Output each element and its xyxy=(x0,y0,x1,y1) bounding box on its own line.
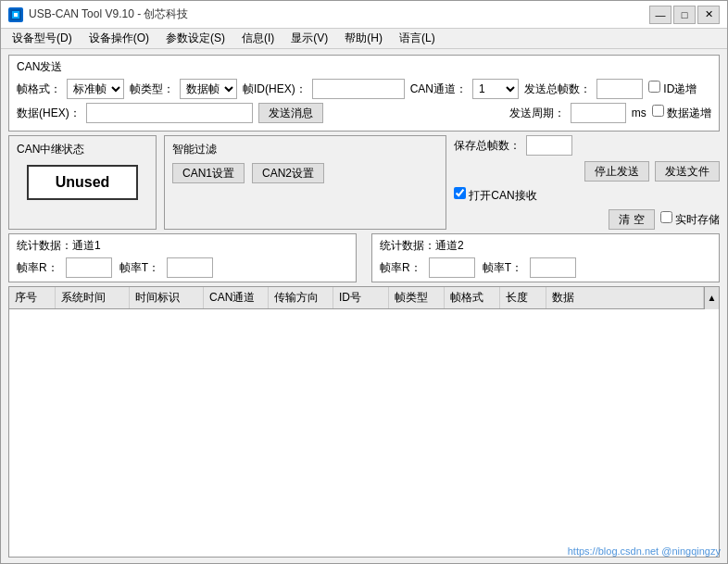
open-can-checkbox[interactable] xyxy=(454,187,466,199)
col-sys-time: 系统时间 xyxy=(56,287,130,308)
window-title: USB-CAN Tool V9.10 - 创芯科技 xyxy=(29,6,189,22)
table-body xyxy=(9,309,719,557)
main-window: USB-CAN Tool V9.10 - 创芯科技 — □ ✕ 设备型号(D) … xyxy=(0,0,728,564)
watermark: https://blog.csdn.net @ningqingzy xyxy=(568,545,721,557)
frame-id-input[interactable]: 00 00 00 01 xyxy=(312,79,405,99)
menu-info[interactable]: 信息(I) xyxy=(234,29,282,48)
col-data: 数据 xyxy=(546,287,704,308)
can-channel-label: CAN通道： xyxy=(410,81,467,97)
smart-filter-title: 智能过滤 xyxy=(172,142,438,157)
col-frame-format: 帧格式 xyxy=(445,287,500,308)
table-scroll-up[interactable]: ▲ xyxy=(704,287,719,309)
stats-channel2-fields: 帧率R： 0 帧率T： 0 xyxy=(380,257,711,278)
stats-channel1-title: 统计数据：通道1 xyxy=(17,238,348,254)
app-icon xyxy=(8,7,23,22)
save-row: 保存总帧数： 0 xyxy=(454,135,720,156)
frame-type-select[interactable]: 数据帧 远程帧 xyxy=(180,79,237,99)
close-button[interactable]: ✕ xyxy=(697,6,720,24)
stats-channel2-title: 统计数据：通道2 xyxy=(380,238,711,254)
can-status-unused-button[interactable]: Unused xyxy=(27,165,138,200)
rate-t1-label: 帧率T： xyxy=(119,260,159,276)
menu-help[interactable]: 帮助(H) xyxy=(337,29,390,48)
col-frame-type: 帧类型 xyxy=(389,287,445,308)
can-channel-select[interactable]: 1 2 xyxy=(472,79,519,99)
col-seq: 序号 xyxy=(9,287,56,308)
id-increment-checkbox[interactable] xyxy=(648,81,660,93)
save-total-label: 保存总帧数： xyxy=(454,138,521,154)
frame-format-select[interactable]: 标准帧 扩展帧 xyxy=(67,79,124,99)
right-controls: 保存总帧数： 0 停止发送 发送文件 打开CAN接收 清 空 xyxy=(454,135,720,230)
col-time-id: 时间标识 xyxy=(130,287,204,308)
can2-settings-button[interactable]: CAN2设置 xyxy=(252,163,324,183)
main-content: CAN发送 帧格式： 标准帧 扩展帧 帧类型： 数据帧 远程帧 帧ID(HEX)… xyxy=(1,49,727,563)
menu-bar: 设备型号(D) 设备操作(O) 参数设定(S) 信息(I) 显示(V) 帮助(H… xyxy=(1,29,727,49)
send-file-button[interactable]: 发送文件 xyxy=(655,161,720,182)
stats-row: 统计数据：通道1 帧率R： 0 帧率T： 0 统计数据：通道2 帧率R： 0 帧… xyxy=(8,233,720,282)
send-total-label: 发送总帧数： xyxy=(524,81,591,97)
save-total-input[interactable]: 0 xyxy=(526,135,572,156)
col-length: 长度 xyxy=(500,287,546,308)
menu-device-op[interactable]: 设备操作(O) xyxy=(82,29,157,48)
title-bar-left: USB-CAN Tool V9.10 - 创芯科技 xyxy=(8,6,189,22)
col-direction: 传输方向 xyxy=(269,287,333,308)
col-id: ID号 xyxy=(333,287,389,308)
id-increment-check-label: ID递增 xyxy=(648,81,697,97)
menu-display[interactable]: 显示(V) xyxy=(283,29,335,48)
window-controls: — □ ✕ xyxy=(649,6,720,24)
ms-label: ms xyxy=(632,107,646,119)
rate-t2-label: 帧率T： xyxy=(483,260,522,276)
realtime-save-checkbox[interactable] xyxy=(660,211,672,223)
can-send-title: CAN发送 xyxy=(17,59,711,75)
frame-type-label: 帧类型： xyxy=(130,81,174,97)
realtime-save-check-label: 实时存储 xyxy=(660,211,720,228)
can1-settings-button[interactable]: CAN1设置 xyxy=(172,163,245,183)
rate-t2-input[interactable]: 0 xyxy=(530,257,576,278)
stats-channel1-box: 统计数据：通道1 帧率R： 0 帧率T： 0 xyxy=(8,233,357,282)
action-buttons-row2: 清 空 实时存储 xyxy=(454,209,720,230)
send-period-input[interactable]: 1000 xyxy=(571,103,626,123)
can-send-row2: 数据(HEX)： 00 00 00 00 00 06 00 08 发送消息 发送… xyxy=(17,103,711,123)
send-message-button[interactable]: 发送消息 xyxy=(258,103,323,123)
rate-r1-input[interactable]: 0 xyxy=(66,257,112,278)
rate-r2-label: 帧率R： xyxy=(380,260,421,276)
data-increment-check-label: 数据递增 xyxy=(652,105,711,121)
send-total-input[interactable]: -1 xyxy=(596,79,643,99)
maximize-button[interactable]: □ xyxy=(673,6,696,24)
data-table: 序号 系统时间 时间标识 CAN通道 传输方向 ID号 帧类型 帧格式 长度 数… xyxy=(8,286,720,558)
rate-r2-input[interactable]: 0 xyxy=(429,257,475,278)
middle-row: CAN中继状态 Unused 智能过滤 CAN1设置 CAN2设置 保存总帧数：… xyxy=(8,135,720,230)
can-send-row1: 帧格式： 标准帧 扩展帧 帧类型： 数据帧 远程帧 帧ID(HEX)： 00 0… xyxy=(17,79,711,99)
can-status-title: CAN中继状态 xyxy=(17,142,148,157)
title-bar: USB-CAN Tool V9.10 - 创芯科技 — □ ✕ xyxy=(1,1,727,29)
data-increment-checkbox[interactable] xyxy=(652,105,664,117)
frame-format-label: 帧格式： xyxy=(17,81,61,97)
minimize-button[interactable]: — xyxy=(649,6,672,24)
open-can-row: 打开CAN接收 xyxy=(454,187,720,204)
action-buttons-row1: 停止发送 发送文件 xyxy=(454,161,720,182)
rate-t1-input[interactable]: 0 xyxy=(167,257,213,278)
col-can-channel: CAN通道 xyxy=(204,287,269,308)
smart-filter-box: 智能过滤 CAN1设置 CAN2设置 xyxy=(164,135,446,230)
menu-language[interactable]: 语言(L) xyxy=(392,29,443,48)
data-hex-input[interactable]: 00 00 00 00 00 06 00 08 xyxy=(86,103,253,123)
stats-channel2-box: 统计数据：通道2 帧率R： 0 帧率T： 0 xyxy=(371,233,720,282)
frame-id-label: 帧ID(HEX)： xyxy=(243,81,307,97)
menu-param-set[interactable]: 参数设定(S) xyxy=(158,29,232,48)
can-send-section: CAN发送 帧格式： 标准帧 扩展帧 帧类型： 数据帧 远程帧 帧ID(HEX)… xyxy=(8,55,720,132)
clear-button[interactable]: 清 空 xyxy=(609,209,654,230)
smart-filter-buttons: CAN1设置 CAN2设置 xyxy=(172,163,438,183)
rate-r1-label: 帧率R： xyxy=(17,260,58,276)
menu-device-type[interactable]: 设备型号(D) xyxy=(5,29,80,48)
stop-send-button[interactable]: 停止发送 xyxy=(584,161,649,182)
svg-rect-2 xyxy=(14,13,18,17)
table-header: 序号 系统时间 时间标识 CAN通道 传输方向 ID号 帧类型 帧格式 长度 数… xyxy=(9,287,719,309)
can-status-box: CAN中继状态 Unused xyxy=(8,135,157,230)
open-can-label: 打开CAN接收 xyxy=(469,189,536,202)
send-period-label: 发送周期： xyxy=(509,106,565,121)
data-hex-label: 数据(HEX)： xyxy=(17,106,81,121)
stats-channel1-fields: 帧率R： 0 帧率T： 0 xyxy=(17,257,348,278)
